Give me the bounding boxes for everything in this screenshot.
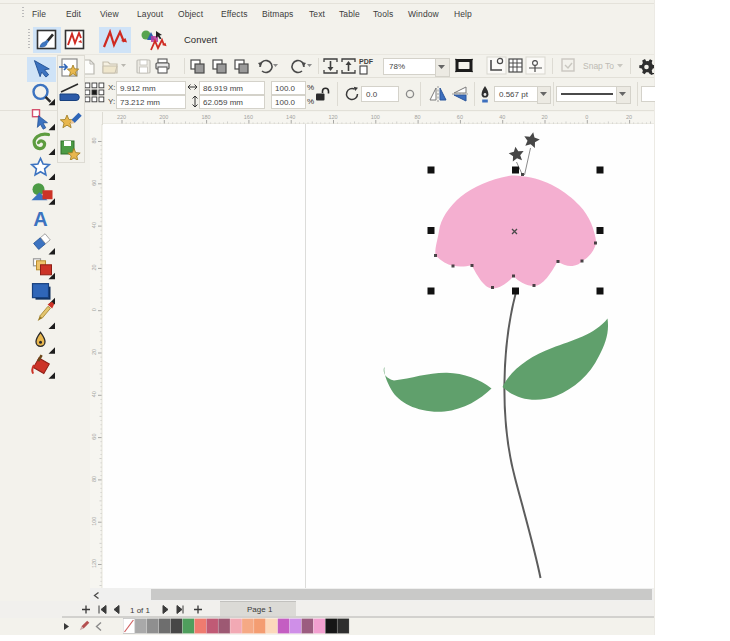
svg-text:100: 100 (91, 517, 97, 526)
svg-text:80: 80 (91, 476, 97, 482)
svg-text:A: A (33, 208, 47, 230)
svg-text:40: 40 (91, 391, 97, 397)
svg-text:20: 20 (91, 349, 97, 355)
svg-text:120: 120 (91, 559, 97, 568)
svg-text:120: 120 (328, 114, 337, 120)
svg-text:40: 40 (91, 222, 97, 228)
svg-text:40: 40 (499, 114, 505, 120)
svg-text:220: 220 (117, 114, 126, 120)
svg-text:80: 80 (91, 137, 97, 143)
svg-text:60: 60 (457, 114, 463, 120)
svg-text:20: 20 (626, 114, 632, 120)
svg-text:0: 0 (585, 114, 588, 120)
svg-text:0: 0 (91, 308, 97, 311)
svg-text:1 of 1: 1 of 1 (130, 606, 151, 615)
svg-text:20: 20 (91, 264, 97, 270)
svg-text:140: 140 (286, 114, 295, 120)
svg-text:180: 180 (202, 114, 211, 120)
svg-text:60: 60 (91, 180, 97, 186)
svg-text:80: 80 (415, 114, 421, 120)
svg-text:60: 60 (91, 434, 97, 440)
svg-text:20: 20 (541, 114, 547, 120)
svg-text:160: 160 (244, 114, 253, 120)
svg-text:PDF: PDF (359, 58, 374, 65)
svg-text:100: 100 (371, 114, 380, 120)
svg-text:Snap To: Snap To (583, 61, 614, 71)
svg-text:200: 200 (159, 114, 168, 120)
